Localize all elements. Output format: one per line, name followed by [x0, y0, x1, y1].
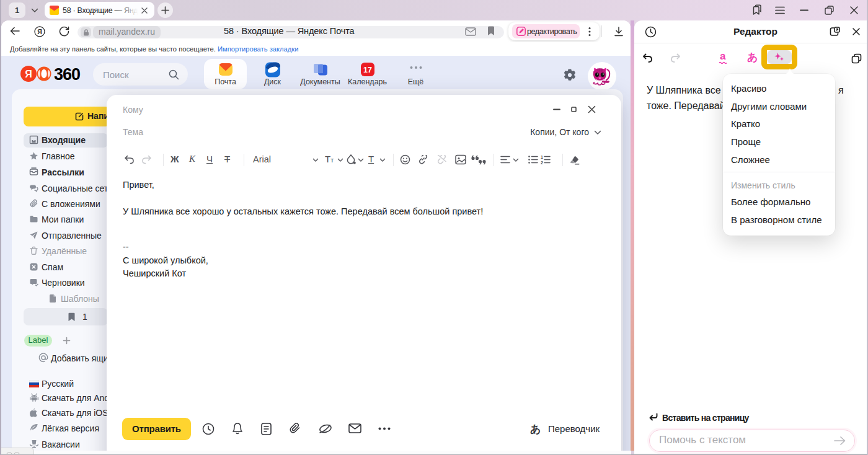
svg-text:2: 2 — [541, 161, 543, 165]
svg-text:Я: Я — [37, 28, 42, 35]
svg-text:360: 360 — [54, 65, 80, 82]
svg-text:1: 1 — [541, 155, 543, 159]
svg-text:Я: Я — [25, 69, 32, 79]
svg-text:あ: あ — [530, 423, 541, 435]
svg-text:17: 17 — [363, 66, 372, 74]
